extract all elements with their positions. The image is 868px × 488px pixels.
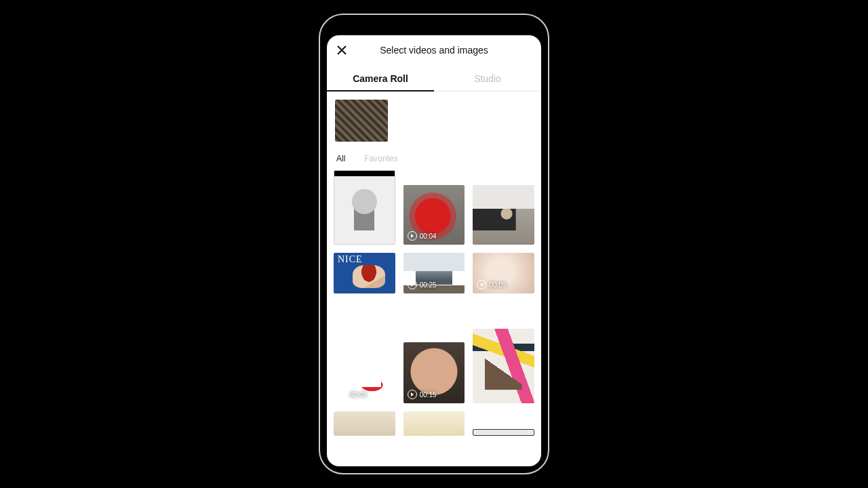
source-tabs: Camera Roll Studio: [327, 65, 541, 92]
filter-row: All Favorites: [327, 150, 541, 170]
tab-label: Camera Roll: [353, 73, 408, 84]
play-icon: [408, 280, 417, 289]
video-duration: 00:09: [489, 281, 506, 289]
play-icon: [338, 390, 347, 399]
close-icon: [336, 45, 347, 56]
media-grid: 00:04 00:25 00:09 00:0: [327, 170, 541, 466]
video-badge: 00:15: [408, 390, 437, 399]
play-icon: [408, 390, 417, 399]
grid-item[interactable]: [473, 185, 534, 245]
phone-frame: Select videos and images Camera Roll Stu…: [319, 14, 549, 474]
header: Select videos and images: [327, 35, 541, 65]
tab-camera-roll[interactable]: Camera Roll: [327, 65, 434, 91]
video-badge: 00:09: [477, 280, 506, 289]
video-duration: 00:09: [350, 391, 367, 399]
grid-item[interactable]: [473, 329, 534, 403]
grid-item[interactable]: 00:04: [403, 185, 465, 245]
video-badge: 00:04: [408, 231, 437, 241]
video-duration: 00:25: [420, 281, 437, 289]
video-badge: 00:25: [408, 280, 437, 289]
video-duration: 00:15: [420, 391, 437, 399]
grid-item[interactable]: 00:15: [403, 342, 465, 403]
play-icon: [408, 231, 417, 241]
filter-all[interactable]: All: [336, 154, 345, 163]
video-duration: 00:04: [420, 232, 437, 240]
grid-item[interactable]: [473, 429, 534, 436]
grid-item[interactable]: [334, 411, 395, 436]
filter-favorites[interactable]: Favorites: [364, 154, 397, 163]
grid-item[interactable]: 00:25: [403, 253, 465, 293]
grid-item[interactable]: [334, 170, 395, 245]
grid-item[interactable]: 00:09: [473, 253, 534, 293]
tab-label: Studio: [474, 73, 501, 84]
close-button[interactable]: [334, 42, 350, 58]
recent-strip: [327, 92, 541, 150]
recent-thumbnail[interactable]: [335, 100, 388, 142]
app-screen: Select videos and images Camera Roll Stu…: [327, 35, 541, 466]
header-title: Select videos and images: [380, 45, 488, 56]
grid-item[interactable]: [403, 411, 465, 436]
grid-item[interactable]: [334, 253, 395, 293]
grid-item[interactable]: 00:09: [334, 302, 395, 403]
tab-studio[interactable]: Studio: [434, 65, 541, 91]
video-badge: 00:09: [338, 390, 367, 399]
play-icon: [477, 280, 486, 289]
